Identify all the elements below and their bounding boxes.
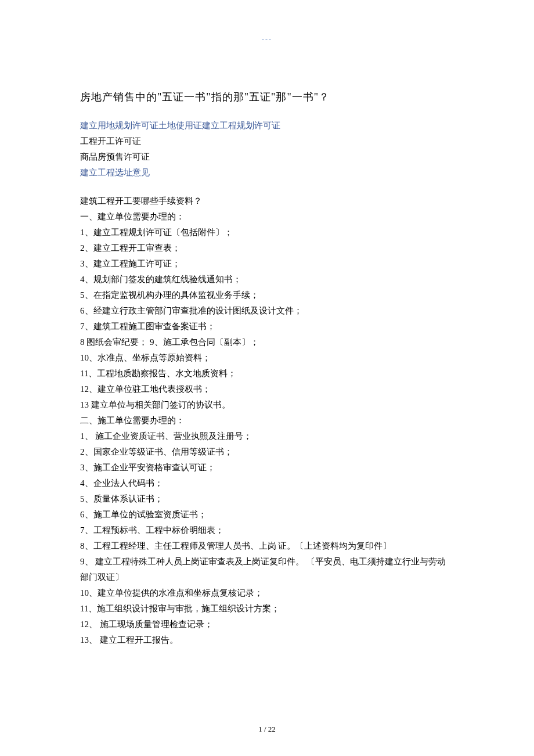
list-item: 11、工程地质勘察报告、水文地质资料； — [80, 366, 454, 381]
list-item: 4、企业法人代码书； — [80, 476, 454, 491]
list-item: 10、水准点、坐标点等原始资料； — [80, 350, 454, 366]
list-item: 11、施工组织设计报审与审批，施工组织设计方案； — [80, 601, 454, 617]
list-item: 8、工程工程经理、主任工程师及管理人员书、上岗 证。〔上述资料均为复印件〕 — [80, 538, 454, 554]
document-title: 房地产销售中的"五证一书"指的那"五证"那"一书"？ — [80, 90, 454, 104]
list-item: 3、建立工程施工许可证； — [80, 256, 454, 272]
list-item: 8 图纸会审纪要； 9、施工承包合同〔副本〕； — [80, 334, 454, 350]
section-b-subtitle: 二、施工单位需要办理的： — [80, 413, 454, 429]
list-item: 2、国家企业等级证书、信用等级证书； — [80, 444, 454, 460]
intro-text-3: 商品房预售许可证 — [80, 149, 454, 165]
intro-link-4[interactable]: 建立工程选址意见 — [80, 165, 454, 181]
list-item: 1、建立工程规划许可证〔包括附件〕； — [80, 225, 454, 240]
list-item: 6、施工单位的试验室资质证书； — [80, 507, 454, 523]
list-item: 6、经建立行政主管部门审查批准的设计图纸及设计文件； — [80, 303, 454, 319]
section-a-title: 建筑工程开工要哪些手续资料？ — [80, 193, 454, 209]
list-item: 2、建立工程开工审查表； — [80, 240, 454, 256]
list-item: 12、 施工现场质量管理检查记录； — [80, 617, 454, 632]
list-item: 7、建筑工程施工图审查备案证书； — [80, 319, 454, 334]
top-mark: --- — [80, 35, 454, 44]
page-number: 1 / 22 — [0, 725, 534, 734]
intro-link-1[interactable]: 建立用地规划许可证土地使用证建立工程规划许可证 — [80, 118, 454, 134]
intro-text-2: 工程开工许可证 — [80, 134, 454, 149]
list-item: 7、工程预标书、工程中标价明细表； — [80, 523, 454, 538]
list-item: 13 建立单位与相关部门签订的协议书。 — [80, 397, 454, 413]
list-item: 9、 建立工程特殊工种人员上岗证审查表及上岗证复印件。 〔平安员、电工须持建立行… — [80, 554, 454, 585]
list-item: 5、在指定监视机构办理的具体监视业务手续； — [80, 287, 454, 303]
list-item: 12、建立单位驻工地代表授权书； — [80, 381, 454, 397]
list-item: 1、 施工企业资质证书、营业执照及注册号； — [80, 429, 454, 444]
list-item: 5、质量体系认证书； — [80, 491, 454, 507]
list-item: 10、建立单位提供的水准点和坐标点复核记录； — [80, 585, 454, 601]
list-item: 13、 建立工程开工报告。 — [80, 632, 454, 648]
list-item: 3、施工企业平安资格审查认可证； — [80, 460, 454, 476]
section-a-subtitle: 一、建立单位需要办理的： — [80, 209, 454, 225]
list-item: 4、规划部门签发的建筑红线验线通知书； — [80, 272, 454, 287]
